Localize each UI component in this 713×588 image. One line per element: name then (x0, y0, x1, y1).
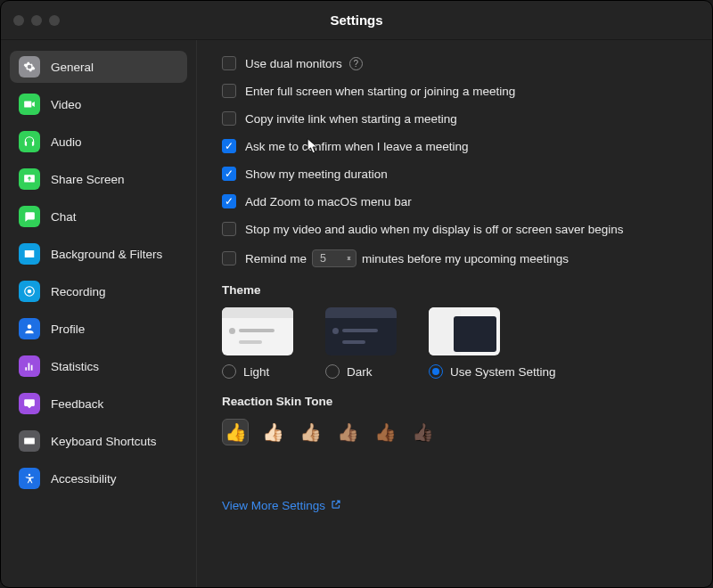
setting-row: Add Zoom to macOS menu bar (222, 194, 687, 208)
theme-option-dark[interactable]: Dark (325, 307, 397, 379)
view-more-label: View More Settings (222, 499, 325, 512)
sidebar-item-label: Audio (51, 135, 82, 149)
svg-point-1 (28, 290, 32, 294)
sidebar-item-recording[interactable]: Recording (10, 275, 187, 307)
theme-label: Dark (347, 365, 373, 379)
theme-label: Use System Setting (450, 365, 556, 379)
settings-sidebar: GeneralVideoAudioShare ScreenChatBackgro… (1, 40, 197, 587)
theme-thumbnail (325, 307, 397, 355)
sidebar-item-label: Profile (51, 323, 85, 336)
sidebar-item-background-filters[interactable]: Background & Filters (10, 238, 187, 270)
theme-radio[interactable] (429, 364, 443, 379)
setting-label: Show my meeting duration (245, 167, 388, 181)
setting-label: Copy invite link when starting a meeting (245, 112, 457, 126)
setting-checkbox[interactable] (222, 139, 236, 153)
theme-thumbnail (222, 307, 293, 355)
sidebar-item-label: Statistics (51, 360, 99, 373)
feedback-icon (19, 393, 40, 414)
setting-row: Enter full screen when starting or joini… (222, 84, 687, 98)
headphones-icon (19, 131, 40, 152)
setting-checkbox[interactable] (222, 84, 236, 98)
sidebar-item-chat[interactable]: Chat (10, 200, 187, 233)
help-icon[interactable]: ? (349, 57, 363, 70)
remind-me-suffix: minutes before my upcoming meetings (362, 252, 569, 265)
theme-radio[interactable] (325, 364, 340, 379)
setting-label: Enter full screen when starting or joini… (245, 85, 515, 98)
setting-label: Stop my video and audio when my display … (245, 223, 623, 236)
setting-checkbox[interactable] (222, 56, 236, 70)
setting-label: Use dual monitors (245, 57, 342, 70)
titlebar: Settings (1, 1, 712, 40)
sidebar-item-label: Keyboard Shortcuts (51, 435, 157, 448)
sidebar-item-general[interactable]: General (10, 51, 187, 83)
view-more-settings-link[interactable]: View More Settings (222, 499, 341, 512)
theme-option-light[interactable]: Light (222, 307, 293, 379)
remind-me-prefix: Remind me (245, 252, 307, 265)
skin-tone-option[interactable]: 👍🏼 (297, 419, 324, 445)
setting-checkbox[interactable] (222, 167, 236, 181)
accessibility-icon (19, 468, 40, 489)
setting-row: Copy invite link when starting a meeting (222, 111, 687, 126)
remind-minutes-stepper[interactable]: 5 ▲▼ (312, 249, 356, 267)
setting-checkbox[interactable] (222, 194, 236, 208)
setting-row: Use dual monitors? (222, 56, 687, 70)
sidebar-item-statistics[interactable]: Statistics (10, 350, 187, 382)
external-link-icon (331, 499, 341, 512)
skin-tone-section-title: Reaction Skin Tone (222, 395, 687, 408)
settings-content: Use dual monitors?Enter full screen when… (197, 40, 712, 587)
minimize-window-button[interactable] (31, 15, 42, 26)
theme-radio[interactable] (222, 364, 236, 379)
sidebar-item-label: Feedback (51, 397, 103, 411)
window-title: Settings (330, 12, 382, 28)
video-icon (19, 94, 40, 115)
window-controls (13, 15, 60, 26)
sidebar-item-audio[interactable]: Audio (10, 126, 187, 158)
sidebar-item-video[interactable]: Video (10, 88, 187, 120)
theme-section-title: Theme (222, 283, 687, 297)
sidebar-item-label: Background & Filters (51, 248, 162, 261)
setting-checkbox[interactable] (222, 111, 236, 126)
theme-option-use-system-setting[interactable]: Use System Setting (429, 307, 556, 379)
sidebar-item-label: Chat (51, 210, 77, 224)
setting-row: Show my meeting duration (222, 167, 687, 181)
statistics-icon (19, 355, 40, 377)
skin-tone-option[interactable]: 👍🏽 (334, 419, 361, 445)
setting-row: Stop my video and audio when my display … (222, 222, 687, 236)
background-icon (19, 243, 40, 265)
close-window-button[interactable] (13, 15, 24, 26)
svg-point-2 (29, 474, 30, 476)
chat-icon (19, 206, 40, 227)
theme-thumbnail (429, 307, 500, 355)
setting-label: Add Zoom to macOS menu bar (245, 195, 412, 208)
gear-icon (19, 56, 40, 78)
sidebar-item-share-screen[interactable]: Share Screen (10, 163, 187, 195)
recording-icon (19, 281, 40, 302)
skin-tone-option[interactable]: 👍🏿 (409, 419, 436, 445)
sidebar-item-label: Video (51, 98, 81, 111)
zoom-window-button[interactable] (49, 15, 60, 26)
skin-tone-option[interactable]: 👍 (222, 419, 249, 445)
theme-label: Light (243, 365, 269, 379)
sidebar-item-profile[interactable]: Profile (10, 313, 187, 345)
setting-checkbox[interactable] (222, 222, 236, 236)
sidebar-item-label: Share Screen (51, 173, 125, 186)
setting-row: Ask me to confirm when I leave a meeting (222, 139, 687, 153)
keyboard-icon (19, 430, 40, 452)
sidebar-item-label: General (51, 61, 94, 74)
remind-minutes-value: 5 (320, 252, 326, 265)
profile-icon (19, 318, 40, 339)
remind-me-checkbox[interactable] (222, 251, 236, 265)
skin-tone-option[interactable]: 👍🏾 (372, 419, 398, 445)
skin-tone-option[interactable]: 👍🏻 (259, 419, 286, 445)
sidebar-item-label: Accessibility (51, 472, 117, 486)
sidebar-item-keyboard-shortcuts[interactable]: Keyboard Shortcuts (10, 425, 187, 457)
sidebar-item-label: Recording (51, 285, 106, 298)
sidebar-item-feedback[interactable]: Feedback (10, 388, 187, 420)
share-screen-icon (19, 168, 40, 190)
setting-label: Ask me to confirm when I leave a meeting (245, 140, 469, 153)
sidebar-item-accessibility[interactable]: Accessibility (10, 462, 187, 494)
